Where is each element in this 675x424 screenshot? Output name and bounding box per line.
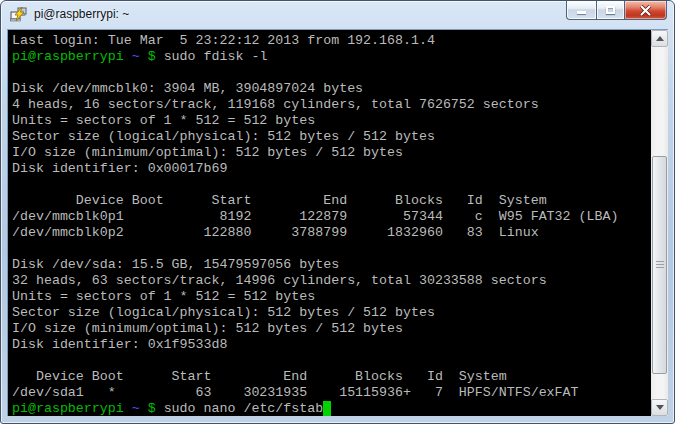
terminal-line: 4 heads, 16 sectors/track, 119168 cylind…	[12, 97, 651, 113]
close-button[interactable]	[625, 1, 667, 20]
scrollbar-track[interactable]	[651, 47, 668, 399]
terminal-line: 32 heads, 63 sectors/track, 14996 cylind…	[12, 273, 651, 289]
terminal-line: Units = sectors of 1 * 512 = 512 bytes	[12, 289, 651, 305]
putty-window: pi@raspberrypi: ~ Last login: Tue Mar 5 …	[0, 0, 675, 424]
terminal-line: Disk identifier: 0x00017b69	[12, 161, 651, 177]
scrollbar-thumb[interactable]	[652, 156, 667, 374]
terminal-line: Disk identifier: 0x1f9533d8	[12, 337, 651, 353]
maximize-icon	[606, 6, 615, 14]
grip-icon	[656, 261, 664, 269]
terminal-client-area: Last login: Tue Mar 5 23:22:12 2013 from…	[7, 29, 668, 416]
terminal-cursor	[323, 401, 331, 416]
terminal-line: Disk /dev/mmcblk0: 3904 MB, 3904897024 b…	[12, 81, 651, 97]
terminal-screen[interactable]: Last login: Tue Mar 5 23:22:12 2013 from…	[8, 30, 651, 416]
minimize-icon	[577, 11, 586, 14]
scrollbar	[651, 30, 668, 416]
terminal-line: pi@raspberrypi ~ $ sudo fdisk -l	[12, 49, 651, 65]
terminal-line	[12, 353, 651, 369]
arrow-up-icon	[656, 36, 664, 41]
terminal-line: I/O size (minimum/optimal): 512 bytes / …	[12, 321, 651, 337]
terminal-line: /dev/sda1 * 63 30231935 15115936+ 7 HPFS…	[12, 385, 651, 401]
arrow-down-icon	[656, 405, 664, 410]
terminal-line: Device Boot Start End Blocks Id System	[12, 369, 651, 385]
minimize-button[interactable]	[566, 1, 596, 20]
terminal-line: Sector size (logical/physical): 512 byte…	[12, 305, 651, 321]
putty-icon[interactable]	[10, 7, 28, 23]
terminal-line: Device Boot Start End Blocks Id System	[12, 193, 651, 209]
caption-buttons	[566, 1, 667, 20]
titlebar[interactable]: pi@raspberrypi: ~	[1, 1, 674, 29]
terminal-line: Units = sectors of 1 * 512 = 512 bytes	[12, 113, 651, 129]
terminal-line: Disk /dev/sda: 15.5 GB, 15479597056 byte…	[12, 257, 651, 273]
terminal-line	[12, 177, 651, 193]
terminal-line: Last login: Tue Mar 5 23:22:12 2013 from…	[12, 33, 651, 49]
terminal-line: pi@raspberrypi ~ $ sudo nano /etc/fstab	[12, 401, 651, 416]
terminal-line: /dev/mmcblk0p1 8192 122879 57344 c W95 F…	[12, 209, 651, 225]
terminal-line	[12, 65, 651, 81]
window-title: pi@raspberrypi: ~	[34, 7, 129, 21]
terminal-line: /dev/mmcblk0p2 122880 3788799 1832960 83…	[12, 225, 651, 241]
scroll-up-button[interactable]	[651, 30, 668, 47]
maximize-button[interactable]	[596, 1, 625, 20]
terminal-line	[12, 241, 651, 257]
scroll-down-button[interactable]	[651, 399, 668, 416]
close-icon	[639, 5, 652, 16]
terminal-line: I/O size (minimum/optimal): 512 bytes / …	[12, 145, 651, 161]
terminal-line: Sector size (logical/physical): 512 byte…	[12, 129, 651, 145]
